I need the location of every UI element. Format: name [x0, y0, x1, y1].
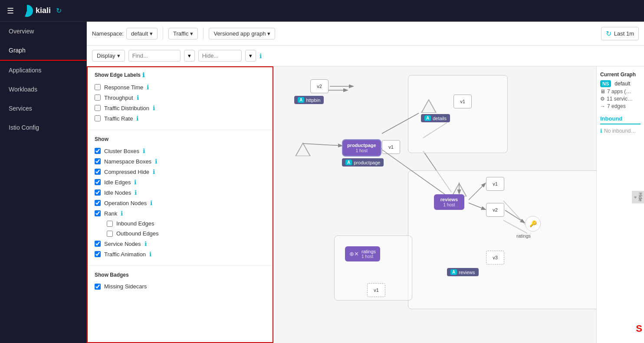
namespace-boxes-info-icon[interactable]: ℹ: [155, 158, 157, 165]
sidebar-item-applications[interactable]: Applications: [0, 61, 86, 80]
apps-stat: 🖥 7 apps (…: [600, 88, 641, 95]
chevron-down-icon: ▾: [190, 30, 193, 37]
reviews-v3-node[interactable]: v3: [486, 251, 504, 265]
service-nodes-info-icon[interactable]: ℹ: [145, 240, 147, 247]
key-icon: 🔑: [529, 220, 537, 227]
hamburger-menu[interactable]: ☰: [7, 6, 14, 16]
productpage-triangle: [295, 142, 311, 156]
namespace-boxes-row: Namespace Boxes ℹ: [95, 156, 266, 167]
traffic-animation-checkbox[interactable]: [95, 251, 101, 257]
right-panel-title: Current Graph: [600, 72, 641, 78]
traffic-rate-row: Traffic Rate ℹ: [95, 113, 266, 124]
display-toolbar: Display ▾ ▾ ▾ ℹ: [87, 46, 644, 66]
compressed-hide-checkbox[interactable]: [95, 169, 101, 175]
cluster-boxes-checkbox[interactable]: [95, 148, 101, 154]
inbound-edges-checkbox[interactable]: [107, 221, 113, 227]
idle-edges-info-icon[interactable]: ℹ: [134, 179, 136, 186]
ratings-v1-node[interactable]: v1: [367, 283, 385, 297]
idle-nodes-row: Idle Nodes ℹ: [95, 187, 266, 198]
info-circle-icon: ℹ: [600, 128, 602, 134]
refresh-button[interactable]: ↻ Last 1m: [601, 27, 639, 40]
traffic-animation-row: Traffic Animation ℹ: [95, 249, 266, 259]
inbound-tab[interactable]: Inbound: [600, 114, 641, 124]
logo: kiali: [21, 5, 51, 17]
hide-dropdown[interactable]: ▾: [245, 50, 256, 62]
content-area: Show Edge Labels ℹ Response Time ℹ Throu…: [87, 66, 644, 343]
topbar: ☰ kiali ↻: [0, 0, 644, 22]
graph-type-dropdown[interactable]: Versioned app graph ▾: [209, 28, 275, 39]
reviews-v2-node[interactable]: v2: [486, 203, 504, 217]
right-panel: Current Graph NS default 🖥 7 apps (… ⚙ 1…: [596, 66, 644, 343]
details-triangle-inner: [422, 101, 435, 112]
traffic-distribution-checkbox[interactable]: [95, 105, 101, 111]
productpage-app-node[interactable]: A productpage: [342, 158, 384, 167]
operation-nodes-info-icon[interactable]: ℹ: [150, 199, 152, 206]
sidebar-item-workloads[interactable]: Workloads: [0, 80, 86, 99]
refresh-icon: ↻: [606, 29, 611, 38]
httpbin-app-letter: A: [298, 97, 304, 103]
reviews-v1-node[interactable]: v1: [486, 177, 504, 191]
find-dropdown[interactable]: ▾: [184, 50, 195, 62]
edges-icon: →: [600, 103, 605, 109]
throughput-info-icon[interactable]: ℹ: [137, 94, 139, 101]
ratings-icon: ⊕✕: [349, 251, 359, 257]
reviews-app-node[interactable]: A reviews: [447, 268, 479, 276]
details-app-node[interactable]: A details: [421, 114, 450, 122]
ratings-service-node[interactable]: ⊕✕ ratings 1 host: [345, 246, 380, 261]
operation-nodes-checkbox[interactable]: [95, 200, 101, 206]
traffic-rate-checkbox[interactable]: [95, 115, 101, 121]
sidebar-item-graph[interactable]: Graph: [0, 41, 86, 61]
reviews-service-node[interactable]: reviews 1 host: [434, 194, 464, 210]
display-panel: Show Edge Labels ℹ Response Time ℹ Throu…: [87, 66, 273, 343]
details-v1-node[interactable]: v1: [453, 95, 472, 108]
namespace-dropdown[interactable]: default ▾: [126, 28, 158, 39]
httpbin-app-node[interactable]: A httpbin: [294, 96, 324, 104]
idle-edges-checkbox[interactable]: [95, 179, 101, 185]
rank-checkbox[interactable]: [95, 210, 101, 216]
throughput-checkbox[interactable]: [95, 95, 101, 101]
info-icon[interactable]: ℹ: [260, 52, 262, 59]
cluster-boxes-row: Cluster Boxes ℹ: [95, 146, 266, 156]
productpage-service-node[interactable]: productpage 1 host: [343, 140, 381, 156]
display-button[interactable]: Display ▾: [92, 50, 125, 62]
ratings-security-node[interactable]: 🔑: [525, 216, 541, 232]
compressed-hide-info-icon[interactable]: ℹ: [153, 168, 155, 175]
hide-input[interactable]: [198, 50, 242, 62]
v2-top-node[interactable]: v2: [310, 79, 329, 93]
outbound-edges-checkbox[interactable]: [107, 231, 113, 237]
hide-right-panel-button[interactable]: Hide »: [632, 191, 644, 203]
missing-sidecars-row: Missing Sidecars: [95, 281, 266, 291]
main-toolbar: Namespace: default ▾ Traffic ▾ Versioned…: [87, 22, 644, 46]
edge-labels-info-icon[interactable]: ℹ: [142, 72, 145, 78]
namespace-boxes-checkbox[interactable]: [95, 158, 101, 164]
namespace-selector-group: Namespace: default ▾: [92, 28, 158, 39]
rank-row: Rank ℹ: [95, 208, 266, 219]
show-section: Show Cluster Boxes ℹ Namespace Boxes ℹ: [88, 132, 273, 264]
idle-nodes-checkbox[interactable]: [95, 189, 101, 196]
traffic-rate-info-icon[interactable]: ℹ: [136, 115, 138, 122]
toolbar-separator-2: [203, 27, 204, 39]
traffic-dropdown[interactable]: Traffic ▾: [168, 28, 198, 39]
sidebar-item-istio-config[interactable]: Istio Config: [0, 118, 86, 137]
no-inbound: ℹ No inbound…: [600, 128, 641, 134]
show-badges-section: Show Badges Missing Sidecars: [88, 268, 273, 296]
chevron-down-icon: ▾: [117, 52, 120, 59]
traffic-animation-info-icon[interactable]: ℹ: [149, 251, 151, 258]
triangle-inner: [296, 144, 309, 156]
traffic-distribution-info-icon[interactable]: ℹ: [153, 105, 155, 111]
response-time-checkbox[interactable]: [95, 84, 101, 90]
logo-text: kiali: [36, 6, 51, 15]
response-time-info-icon[interactable]: ℹ: [147, 84, 149, 91]
missing-sidecars-checkbox[interactable]: [95, 284, 101, 290]
find-input[interactable]: [128, 50, 181, 62]
idle-nodes-info-icon[interactable]: ℹ: [135, 189, 137, 196]
edge-labels-section: Show Edge Labels ℹ Response Time ℹ Throu…: [88, 67, 273, 128]
sidebar-item-overview[interactable]: Overview: [0, 22, 86, 41]
productpage-v1-node[interactable]: v1: [382, 140, 400, 154]
cluster-boxes-info-icon[interactable]: ℹ: [143, 147, 145, 154]
main-content: Namespace: default ▾ Traffic ▾ Versioned…: [87, 22, 644, 343]
sidebar-item-services[interactable]: Services: [0, 99, 86, 118]
service-nodes-checkbox[interactable]: [95, 241, 101, 247]
edges-stat: → 7 edges: [600, 103, 641, 109]
rank-info-icon[interactable]: ℹ: [121, 210, 123, 217]
